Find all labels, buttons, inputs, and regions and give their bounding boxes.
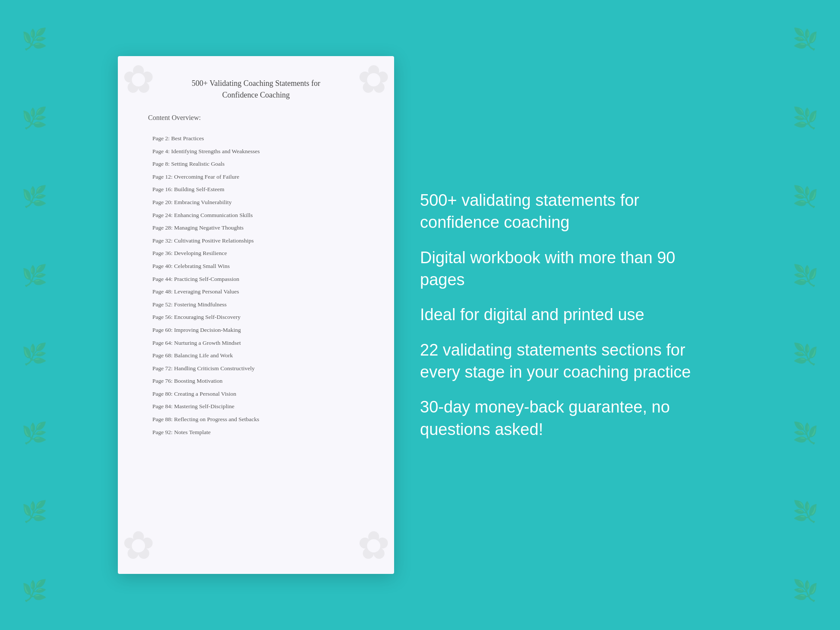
toc-item: Page 12: Overcoming Fear of Failure xyxy=(144,170,368,183)
corner-decoration-bl: ✿ xyxy=(122,526,165,570)
info-block-4: 30-day money-back guarantee, no question… xyxy=(420,396,722,441)
content-overview-label: Content Overview: xyxy=(148,114,368,122)
toc-page-num: Page 56: xyxy=(152,314,173,320)
toc-item: Page 84: Mastering Self-Discipline xyxy=(144,400,368,413)
toc-page-num: Page 68: xyxy=(152,352,173,359)
toc-item: Page 80: Creating a Personal Vision xyxy=(144,387,368,400)
toc-page-num: Page 76: xyxy=(152,378,173,384)
toc-list: Page 2: Best PracticesPage 4: Identifyin… xyxy=(144,132,368,438)
toc-page-num: Page 2: xyxy=(152,135,170,142)
toc-page-num: Page 88: xyxy=(152,416,173,422)
toc-page-num: Page 28: xyxy=(152,224,173,231)
corner-decoration-br: ✿ xyxy=(347,526,390,570)
toc-item: Page 16: Building Self-Esteem xyxy=(144,183,368,196)
doc-title-line1: 500+ Validating Coaching Statements for xyxy=(192,79,320,88)
toc-item: Page 20: Embracing Vulnerability xyxy=(144,196,368,209)
toc-item: Page 56: Encouraging Self-Discovery xyxy=(144,311,368,324)
toc-page-num: Page 60: xyxy=(152,327,173,333)
info-block-2: Ideal for digital and printed use xyxy=(420,304,722,326)
info-block-1: Digital workbook with more than 90 pages xyxy=(420,247,722,291)
toc-item: Page 2: Best Practices xyxy=(144,132,368,145)
toc-item: Page 32: Cultivating Positive Relationsh… xyxy=(144,234,368,247)
toc-item: Page 40: Celebrating Small Wins xyxy=(144,260,368,273)
toc-page-num: Page 80: xyxy=(152,391,173,397)
right-info-panel: 500+ validating statements for confidenc… xyxy=(420,189,722,441)
info-block-0: 500+ validating statements for confidenc… xyxy=(420,189,722,234)
doc-title-line2: Confidence Coaching xyxy=(222,91,290,99)
toc-page-num: Page 36: xyxy=(152,250,173,256)
toc-page-num: Page 92: xyxy=(152,429,173,435)
toc-item: Page 76: Boosting Motivation xyxy=(144,375,368,387)
toc-page-num: Page 44: xyxy=(152,276,173,282)
toc-item: Page 36: Developing Resilience xyxy=(144,247,368,260)
toc-item: Page 72: Handling Criticism Constructive… xyxy=(144,362,368,375)
toc-page-num: Page 12: xyxy=(152,173,173,180)
toc-page-num: Page 40: xyxy=(152,263,173,269)
toc-item: Page 4: Identifying Strengths and Weakne… xyxy=(144,145,368,158)
toc-item: Page 24: Enhancing Communication Skills xyxy=(144,209,368,222)
toc-item: Page 68: Balancing Life and Work xyxy=(144,349,368,362)
toc-item: Page 52: Fostering Mindfulness xyxy=(144,298,368,311)
info-block-3: 22 validating statements sections for ev… xyxy=(420,339,722,384)
corner-decoration-tr: ✿ xyxy=(347,60,390,104)
toc-page-num: Page 16: xyxy=(152,186,173,192)
toc-page-num: Page 32: xyxy=(152,237,173,244)
toc-page-num: Page 52: xyxy=(152,301,173,308)
toc-page-num: Page 64: xyxy=(152,340,173,346)
toc-item: Page 28: Managing Negative Thoughts xyxy=(144,221,368,234)
toc-item: Page 48: Leveraging Personal Values xyxy=(144,285,368,298)
toc-item: Page 64: Nurturing a Growth Mindset xyxy=(144,337,368,350)
toc-page-num: Page 8: xyxy=(152,161,170,167)
toc-item: Page 44: Practicing Self-Compassion xyxy=(144,273,368,286)
toc-item: Page 60: Improving Decision-Making xyxy=(144,324,368,337)
toc-item: Page 88: Reflecting on Progress and Setb… xyxy=(144,413,368,426)
toc-page-num: Page 24: xyxy=(152,212,173,218)
toc-page-num: Page 20: xyxy=(152,199,173,205)
toc-page-num: Page 48: xyxy=(152,288,173,295)
toc-page-num: Page 84: xyxy=(152,403,173,410)
main-content: ✿ ✿ ✿ ✿ 500+ Validating Coaching Stateme… xyxy=(0,30,840,600)
corner-decoration-tl: ✿ xyxy=(122,60,165,104)
toc-item: Page 92: Notes Template xyxy=(144,426,368,439)
toc-page-num: Page 72: xyxy=(152,365,173,372)
toc-item: Page 8: Setting Realistic Goals xyxy=(144,158,368,170)
document-page: ✿ ✿ ✿ ✿ 500+ Validating Coaching Stateme… xyxy=(118,56,394,574)
document-title: 500+ Validating Coaching Statements for … xyxy=(144,78,368,101)
toc-page-num: Page 4: xyxy=(152,148,170,154)
